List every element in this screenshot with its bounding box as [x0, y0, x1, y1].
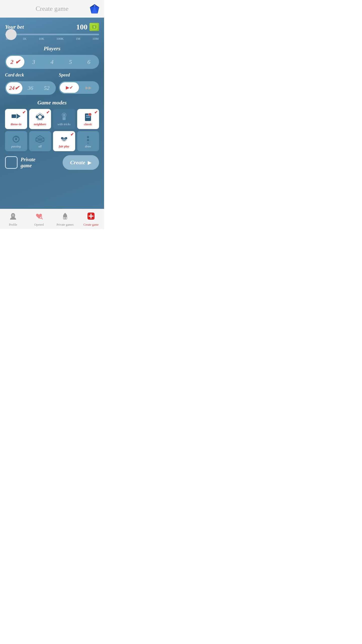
- slider-labels: 100 1K 10K 100K 1M 10M: [5, 37, 99, 41]
- speed-fast[interactable]: ▶▶: [79, 83, 98, 93]
- mode-passing[interactable]: passing: [5, 131, 27, 151]
- svg-rect-9: [12, 114, 16, 118]
- slider-mark-10k: 10K: [39, 37, 44, 41]
- neighbors-label: neighbors: [34, 123, 46, 126]
- nav-create-game[interactable]: Create game: [78, 209, 104, 229]
- player-option-5[interactable]: 5: [61, 56, 80, 68]
- draw-label: draw: [85, 145, 91, 148]
- bottom-nav: Profile Opened Private games: [0, 209, 104, 229]
- profile-label: Profile: [9, 223, 17, 227]
- private-games-label: Private games: [57, 223, 74, 227]
- svg-point-34: [87, 136, 89, 138]
- fair-play-label: fair play: [59, 145, 69, 148]
- mode-draw[interactable]: draw: [77, 131, 99, 151]
- players-title: Players: [5, 45, 99, 52]
- fast-forward-icon: ▶▶: [85, 86, 92, 90]
- bet-amount: 100: [76, 23, 87, 31]
- heart-search-icon: [35, 212, 43, 222]
- mode-with-tricks[interactable]: with tricks: [53, 109, 75, 129]
- nav-private-games[interactable]: Private games: [52, 209, 78, 229]
- mode-neighbors[interactable]: ✔ neighbors: [29, 109, 51, 129]
- svg-text:$: $: [94, 25, 95, 28]
- svg-point-32: [61, 137, 63, 139]
- svg-rect-22: [86, 117, 90, 118]
- player-option-6[interactable]: 6: [80, 56, 98, 68]
- deck-selector: 24✔ 36 52: [5, 81, 56, 95]
- neighbors-icon: [35, 112, 45, 122]
- create-button[interactable]: Create ▶: [63, 155, 99, 170]
- with-tricks-icon: [59, 112, 69, 122]
- bet-slider[interactable]: 100 1K 10K 100K 1M 10M: [5, 34, 99, 41]
- throw-in-icon: [11, 112, 21, 122]
- svg-point-27: [15, 138, 17, 140]
- slider-mark-1m: 1M: [76, 37, 80, 41]
- svg-point-5: [94, 5, 95, 7]
- bet-label: Your bet: [5, 24, 24, 30]
- all-label: all: [38, 145, 42, 148]
- throw-in-check: ✔: [22, 110, 26, 115]
- with-tricks-label: with tricks: [58, 123, 71, 126]
- svg-point-36: [87, 142, 89, 144]
- create-button-label: Create: [70, 159, 85, 166]
- bottom-row: Privategame Create ▶: [5, 155, 99, 170]
- game-modes-grid: ✔ throw-in ✔ neighbors: [5, 109, 99, 151]
- fair-play-icon: [59, 135, 69, 144]
- passing-label: passing: [11, 145, 21, 148]
- slider-thumb: [6, 29, 17, 40]
- header: Create game: [0, 0, 104, 18]
- lock-spade-icon: [61, 212, 69, 222]
- mode-all[interactable]: all: [29, 131, 51, 151]
- all-icon: [35, 135, 45, 144]
- coin-icon: $: [89, 23, 99, 31]
- slider-mark-10m: 10M: [92, 37, 99, 41]
- svg-point-37: [12, 214, 14, 217]
- draw-icon: [83, 135, 93, 144]
- svg-point-35: [87, 139, 89, 141]
- slider-mark-1k: 1K: [23, 37, 27, 41]
- neighbors-check: ✔: [46, 110, 50, 115]
- svg-marker-29: [37, 137, 42, 142]
- svg-rect-17: [63, 114, 65, 116]
- speed-section: ▶✔ ▶▶: [59, 81, 99, 95]
- bet-row: Your bet 100 $: [5, 23, 99, 31]
- mode-throw-in[interactable]: ✔ throw-in: [5, 109, 27, 129]
- mode-classic[interactable]: ✔ J classic: [77, 109, 99, 129]
- nav-profile[interactable]: Profile: [0, 209, 26, 229]
- opened-label: Opened: [34, 223, 44, 227]
- svg-line-39: [41, 218, 42, 219]
- speed-normal[interactable]: ▶✔: [60, 82, 79, 93]
- svg-text:J: J: [90, 114, 90, 116]
- nav-opened[interactable]: Opened: [26, 209, 52, 229]
- player-option-3[interactable]: 3: [24, 56, 43, 68]
- page-title: Create game: [36, 5, 69, 13]
- deck-option-24[interactable]: 24✔: [6, 82, 22, 94]
- svg-marker-19: [62, 116, 66, 117]
- speed-selector: ▶✔ ▶▶: [59, 81, 99, 94]
- speed-label: Speed: [59, 72, 99, 78]
- private-group: Privategame: [5, 156, 35, 169]
- mode-fair-play[interactable]: ✔ fair play: [53, 131, 75, 151]
- deck-option-36[interactable]: 36: [22, 82, 39, 94]
- create-game-label: Create game: [83, 223, 99, 227]
- deck-option-52[interactable]: 52: [38, 82, 55, 94]
- card-deck-label: Card deck: [5, 72, 56, 78]
- deck-section: 24✔ 36 52: [5, 81, 56, 95]
- slider-track: [5, 34, 99, 35]
- players-selector: 2 ✔ 3 4 5 6: [5, 55, 99, 69]
- svg-point-33: [65, 137, 67, 139]
- classic-label: classic: [84, 123, 92, 126]
- private-game-checkbox[interactable]: [5, 156, 18, 169]
- deck-speed-row: 24✔ 36 52 ▶✔ ▶▶: [5, 81, 99, 95]
- profile-icon: [9, 212, 17, 222]
- player-option-2[interactable]: 2 ✔: [6, 56, 24, 68]
- slider-mark-100k: 100K: [56, 37, 64, 41]
- play-check-icon: ▶✔: [66, 85, 73, 90]
- main-content: Your bet 100 $ 100 1K 10K 100K 1M 10M: [0, 18, 104, 209]
- create-arrow-icon: ▶: [88, 159, 92, 166]
- player-option-4[interactable]: 4: [43, 56, 61, 68]
- create-game-icon: [87, 212, 95, 222]
- throw-in-label: throw-in: [11, 123, 21, 126]
- classic-check: ✔: [94, 110, 98, 115]
- fair-play-check: ✔: [70, 132, 74, 137]
- private-game-label: Privategame: [21, 156, 35, 169]
